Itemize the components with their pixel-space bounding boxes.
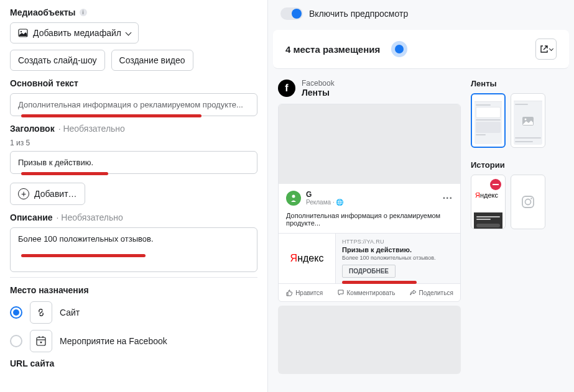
like-icon <box>285 289 293 296</box>
share-icon <box>409 289 417 296</box>
story-thumb-instagram[interactable] <box>511 175 545 229</box>
feed-thumb-instagram[interactable] <box>511 93 545 148</box>
destination-fb-event-radio[interactable]: Мероприятие на Facebook <box>10 330 257 352</box>
plus-icon: + <box>18 188 29 199</box>
headline-counter: 1 из 5 <box>10 139 257 147</box>
ad-brand-image: Яндекс <box>279 234 336 283</box>
ad-body-text: Дополнительная информация о рекламируемо… <box>279 209 460 233</box>
svg-point-8 <box>525 119 527 121</box>
info-icon[interactable]: i <box>80 9 87 16</box>
link-icon <box>30 301 52 324</box>
placement-name: Ленты <box>302 88 335 98</box>
preview-sidebar: Ленты <box>471 79 564 374</box>
chevron-down-icon <box>549 46 553 50</box>
image-icon <box>18 28 28 38</box>
svg-rect-2 <box>37 337 45 345</box>
sponsored-label: Реклама · 🌐 <box>306 199 343 206</box>
feeds-section-label: Ленты <box>471 79 564 88</box>
destination-label: Место назначения <box>10 285 257 295</box>
share-preview-button[interactable] <box>535 39 557 60</box>
radio-selected[interactable] <box>10 306 22 319</box>
facebook-icon: f <box>278 80 295 97</box>
image-icon <box>522 116 534 126</box>
media-objects-text: Медиаобъекты <box>10 7 76 17</box>
advertiser-name: G <box>306 190 343 199</box>
svg-point-10 <box>525 199 531 205</box>
preview-toggle[interactable] <box>280 7 303 20</box>
headline-input[interactable]: Призыв к действию. <box>10 151 257 174</box>
like-button[interactable]: Нравится <box>285 289 323 296</box>
radio-unselected[interactable] <box>10 335 22 347</box>
annotation-redline <box>21 254 146 257</box>
forbidden-icon <box>490 179 501 190</box>
annotation-redline <box>342 281 417 284</box>
main-text-label: Основной текст <box>10 78 257 88</box>
preview-panel: Включить предпросмотр 4 места размещения… <box>267 0 574 392</box>
ad-link-preview: Яндекс HTTPS://YA.RU Призыв к действию. … <box>279 233 460 283</box>
add-headline-button[interactable]: + Добавит… <box>10 183 85 205</box>
share-button[interactable]: Поделиться <box>409 289 453 296</box>
instagram-icon <box>514 178 542 226</box>
add-media-label: Добавить медиафайл <box>33 28 121 38</box>
svg-point-11 <box>530 198 532 199</box>
ad-menu-dots[interactable]: ··· <box>443 193 453 204</box>
placements-count: 4 места размещения <box>285 44 380 55</box>
ad-domain: HTTPS://YA.RU <box>342 239 454 245</box>
url-label: URL сайта <box>10 358 257 368</box>
preview-toggle-row: Включить предпросмотр <box>268 0 574 30</box>
calendar-icon <box>30 330 52 352</box>
ad-preview-card: G Реклама · 🌐 ··· Дополнительная информа… <box>278 104 461 302</box>
ad-bottom-placeholder <box>278 306 461 374</box>
external-link-icon <box>540 45 549 53</box>
comment-icon <box>337 289 345 296</box>
fb-event-label: Мероприятие на Facebook <box>60 336 167 346</box>
destination-website-radio[interactable]: Сайт <box>10 301 257 324</box>
preview-main: f Facebook Ленты G Реклама · 🌐 ··· <box>278 79 461 374</box>
stories-section-label: Истории <box>471 160 564 170</box>
create-slideshow-button[interactable]: Создать слайд-шоу <box>10 50 105 71</box>
ad-editor-panel: Медиаобъекты i Добавить медиафайл Создат… <box>0 0 267 392</box>
comment-button[interactable]: Комментировать <box>337 289 396 296</box>
annotation-redline <box>21 114 201 117</box>
annotation-redline <box>21 172 108 175</box>
ad-top-placeholder <box>279 104 460 184</box>
platform-name: Facebook <box>302 79 335 88</box>
description-input[interactable]: Более 100 положительных отзывов. <box>10 227 257 272</box>
feed-thumb-facebook[interactable] <box>471 93 506 148</box>
website-label: Сайт <box>60 308 80 317</box>
ad-cta-button[interactable]: ПОДРОБНЕЕ <box>342 265 396 278</box>
add-label: Добавит… <box>34 189 77 199</box>
svg-point-1 <box>21 31 22 32</box>
preview-header: f Facebook Ленты <box>278 79 461 98</box>
add-media-button[interactable]: Добавить медиафайл <box>10 22 139 43</box>
advertiser-avatar <box>286 191 301 206</box>
ad-title: Призыв к действию. <box>342 246 454 253</box>
story-thumb-facebook[interactable]: Яндекс <box>471 175 506 229</box>
svg-point-6 <box>292 194 295 198</box>
media-objects-label: Медиаобъекты i <box>10 7 257 17</box>
headline-text: Заголовок <box>10 124 55 134</box>
optional-text: · Необязательно <box>58 124 125 134</box>
optional-text: · Необязательно <box>57 212 123 222</box>
description-label: Описание · Необязательно <box>10 212 257 222</box>
chevron-down-icon <box>125 29 131 35</box>
notification-dot <box>395 45 404 53</box>
preview-toggle-label: Включить предпросмотр <box>309 9 408 19</box>
main-text-input[interactable]: Дополнительная информация о рекламируемо… <box>10 93 257 116</box>
ad-description: Более 100 положительных отзывов. <box>342 255 454 261</box>
headline-label: Заголовок · Необязательно <box>10 124 257 134</box>
description-text: Описание <box>10 212 53 222</box>
create-video-button[interactable]: Создание видео <box>111 50 193 71</box>
placements-bar: 4 места размещения <box>273 30 569 69</box>
